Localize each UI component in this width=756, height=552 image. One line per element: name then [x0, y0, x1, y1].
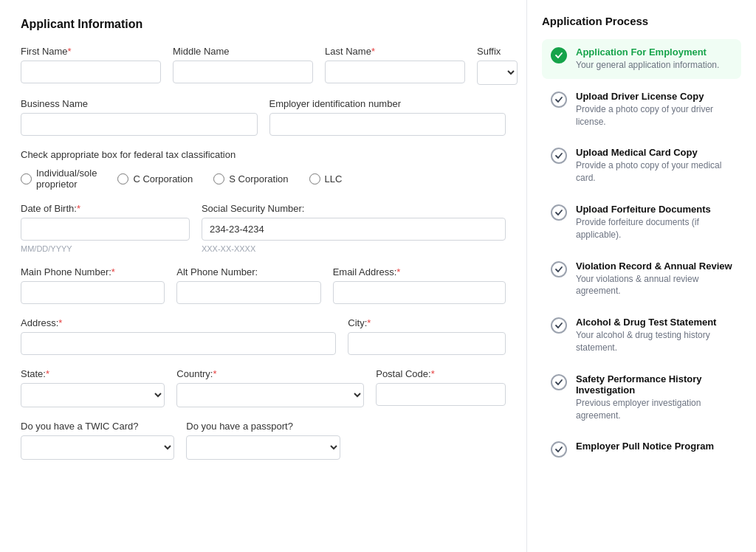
postal-input[interactable] [376, 383, 506, 406]
country-select[interactable]: United States Canada [176, 383, 364, 407]
check-icon-alcohol_drug [551, 317, 567, 334]
state-row: State:* CA TX NY Country:* United States… [21, 368, 506, 407]
check-icon-medical_card [551, 148, 567, 164]
twic-label: Do you have a TWIC Card? [21, 421, 174, 432]
sidebar-item-forfeiture[interactable]: Upload Forfeiture DocumentsProvide forfe… [542, 196, 741, 249]
ein-input[interactable] [269, 113, 506, 136]
sidebar-item-desc-driver_license: Provide a photo copy of your driver lice… [576, 103, 732, 128]
address-group: Address:* [21, 317, 336, 355]
main-form: Applicant Information First Name* Middle… [0, 0, 527, 552]
sidebar-item-title-safety: Safety Performance History Investigation [576, 373, 732, 396]
state-label: State:* [21, 368, 165, 379]
alt-phone-group: Alt Phone Number: [176, 266, 320, 304]
sidebar-item-safety[interactable]: Safety Performance History Investigation… [542, 366, 741, 429]
sidebar-item-title-forfeiture: Upload Forfeiture Documents [576, 204, 732, 215]
suffix-group: Suffix Jr Sr II III [477, 46, 518, 85]
first-name-group: First Name* [21, 46, 161, 83]
address-row: Address:* City:* [21, 317, 506, 355]
dob-input[interactable] [21, 218, 190, 241]
alt-phone-input[interactable] [176, 281, 320, 304]
ssn-label: Social Security Number: [202, 203, 506, 214]
check-icon-violation [551, 261, 567, 277]
sidebar-item-desc-employment: Your general application information. [576, 59, 732, 72]
last-name-label: Last Name* [325, 46, 465, 57]
dob-label: Date of Birth:* [21, 203, 190, 214]
sidebar-item-title-violation: Violation Record & Annual Review [576, 261, 732, 272]
sidebar-item-employment[interactable]: Application For EmploymentYour general a… [542, 39, 741, 79]
tax-radio-s-corp[interactable] [213, 173, 224, 184]
state-group: State:* CA TX NY [21, 368, 165, 407]
sidebar-item-desc-medical_card: Provide a photo copy of your medical car… [576, 159, 732, 184]
sidebar-title: Application Process [542, 15, 741, 27]
business-name-label: Business Name [21, 98, 258, 109]
tax-option-llc[interactable]: LLC [309, 168, 343, 190]
first-name-input[interactable] [21, 61, 161, 83]
twic-passport-row: Do you have a TWIC Card? Yes No Do you h… [21, 421, 506, 460]
middle-name-input[interactable] [173, 61, 313, 83]
check-icon-safety [551, 374, 567, 390]
ssn-input[interactable] [202, 218, 506, 241]
sidebar-item-violation[interactable]: Violation Record & Annual ReviewYour vio… [542, 253, 741, 306]
suffix-select[interactable]: Jr Sr II III [477, 61, 518, 85]
sidebar-item-desc-forfeiture: Provide forfeiture documents (if applica… [576, 216, 732, 241]
suffix-label: Suffix [477, 46, 518, 57]
sidebar-item-title-medical_card: Upload Medical Card Copy [576, 147, 732, 158]
business-name-group: Business Name [21, 98, 258, 136]
first-name-label: First Name* [21, 46, 161, 57]
tax-section: Check appropriate box for federal tax cl… [21, 149, 506, 190]
postal-label: Postal Code:* [376, 368, 506, 379]
city-label: City:* [348, 317, 506, 328]
sidebar-item-driver_license[interactable]: Upload Driver License CopyProvide a phot… [542, 83, 741, 136]
tax-radio-llc[interactable] [309, 173, 320, 184]
middle-name-group: Middle Name [173, 46, 313, 83]
email-input[interactable] [333, 281, 506, 304]
tax-options: Individual/sole proprietor C Corporation… [21, 168, 506, 190]
twic-select[interactable]: Yes No [21, 435, 174, 460]
tax-radio-individual[interactable] [21, 173, 32, 184]
postal-group: Postal Code:* [376, 368, 506, 406]
main-phone-input[interactable] [21, 281, 165, 304]
check-icon-driver_license [551, 92, 567, 108]
city-input[interactable] [348, 332, 506, 355]
tax-option-individual[interactable]: Individual/sole proprietor [21, 168, 97, 190]
sidebar-item-title-alcohol_drug: Alcohol & Drug Test Statement [576, 317, 732, 328]
ein-label: Employer identification number [269, 98, 506, 109]
address-input[interactable] [21, 332, 336, 355]
ssn-group: Social Security Number: XXX-XX-XXXX [202, 203, 506, 253]
sidebar-item-alcohol_drug[interactable]: Alcohol & Drug Test StatementYour alcoho… [542, 309, 741, 362]
address-label: Address:* [21, 317, 336, 328]
sidebar: Application Process Application For Empl… [527, 0, 756, 552]
twic-group: Do you have a TWIC Card? Yes No [21, 421, 174, 460]
tax-radio-c-corp[interactable] [117, 173, 128, 184]
phone-row: Main Phone Number:* Alt Phone Number: Em… [21, 266, 506, 304]
sidebar-item-employer_pull[interactable]: Employer Pull Notice Program [542, 433, 741, 465]
business-name-input[interactable] [21, 113, 258, 136]
city-group: City:* [348, 317, 506, 355]
ssn-hint: XXX-XX-XXXX [202, 244, 506, 253]
last-name-group: Last Name* [325, 46, 465, 83]
main-phone-group: Main Phone Number:* [21, 266, 165, 304]
main-phone-label: Main Phone Number:* [21, 266, 165, 277]
tax-option-c-corp[interactable]: C Corporation [117, 168, 193, 190]
tax-option-s-corp[interactable]: S Corporation [213, 168, 288, 190]
sidebar-item-desc-alcohol_drug: Your alcohol & drug testing history stat… [576, 329, 732, 354]
email-label: Email Address:* [333, 266, 506, 277]
passport-label: Do you have a passport? [186, 421, 340, 432]
check-icon-employment [551, 47, 567, 63]
business-row: Business Name Employer identification nu… [21, 98, 506, 136]
check-icon-forfeiture [551, 204, 567, 221]
sidebar-item-title-employment: Application For Employment [576, 46, 732, 58]
middle-name-label: Middle Name [173, 46, 313, 57]
name-row: First Name* Middle Name Last Name* Suffi… [21, 46, 506, 85]
tax-label: Check appropriate box for federal tax cl… [21, 149, 506, 160]
sidebar-item-medical_card[interactable]: Upload Medical Card CopyProvide a photo … [542, 139, 741, 192]
last-name-input[interactable] [325, 61, 465, 83]
sidebar-item-title-driver_license: Upload Driver License Copy [576, 91, 732, 102]
country-group: Country:* United States Canada [176, 368, 364, 407]
dob-group: Date of Birth:* MM/DD/YYYY [21, 203, 190, 253]
email-group: Email Address:* [333, 266, 506, 304]
passport-group: Do you have a passport? Yes No [186, 421, 340, 460]
passport-select[interactable]: Yes No [186, 435, 340, 460]
state-select[interactable]: CA TX NY [21, 383, 165, 407]
dob-ssn-row: Date of Birth:* MM/DD/YYYY Social Securi… [21, 203, 506, 253]
